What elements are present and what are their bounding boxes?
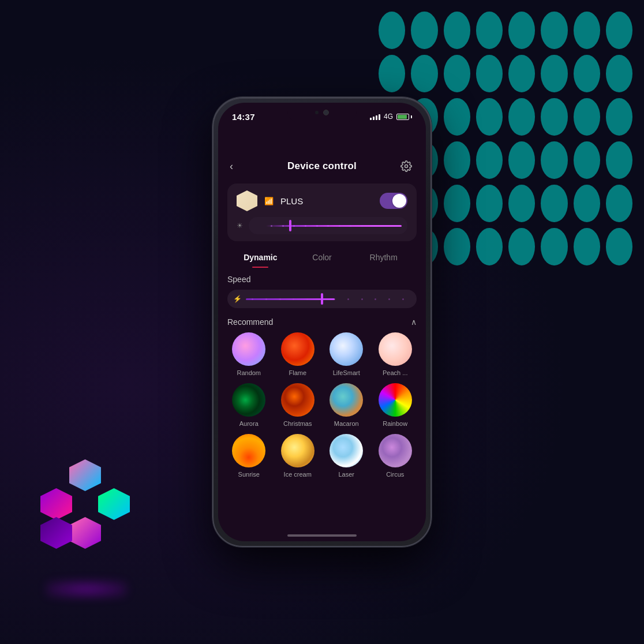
color-label-0: Random [237,369,261,376]
color-circle-8 [232,434,265,467]
network-label: 4G [384,113,393,121]
settings-button[interactable] [398,158,414,174]
app-content: ‹ Device control 📶 PLUS [218,128,426,541]
phone-frame: 14:37 4G [212,97,432,547]
color-circle-11 [379,434,412,467]
notch [287,103,357,122]
color-label-9: Ice cream [284,471,312,478]
color-circle-0 [232,332,265,366]
color-label-11: Circus [386,471,404,478]
color-item-lifesmart[interactable]: LifeSmart [325,332,368,376]
slider-dots [266,225,402,227]
color-circle-10 [330,434,363,467]
speed-section: Speed ⚡ [218,268,426,313]
wifi-icon: 📶 [264,197,274,205]
phone-screen: 14:37 4G [218,103,426,541]
color-item-christmas[interactable]: Christmas [276,383,320,427]
color-label-10: Laser [338,471,354,478]
color-label-5: Christmas [283,420,312,427]
device-name: PLUS [280,196,373,206]
color-item-aurora[interactable]: Aurora [227,383,271,427]
color-circle-7 [379,383,412,417]
device-card: 📶 PLUS ☀ [227,184,417,241]
color-label-1: Flame [289,369,306,376]
status-time: 14:37 [232,112,255,122]
toggle-knob [392,194,406,208]
color-label-4: Aurora [239,420,259,427]
color-circle-3 [379,332,412,366]
color-item-laser[interactable]: Laser [325,434,368,478]
app-header: ‹ Device control [218,153,426,181]
color-label-7: Rainbow [383,420,407,427]
color-circle-9 [281,434,314,467]
color-circle-5 [281,383,314,417]
notch-sensor [315,111,319,114]
color-circle-1 [281,332,314,366]
color-label-2: LifeSmart [333,369,360,376]
color-item-rainbow[interactable]: Rainbow [374,383,417,427]
brightness-icon: ☀ [237,222,243,230]
color-label-3: Peach ... [383,369,407,376]
recommend-label: Recommend [227,317,273,327]
speed-slider[interactable]: ⚡ [227,290,417,308]
color-circle-6 [330,383,363,417]
tab-dynamic[interactable]: Dynamic [230,253,291,268]
color-circle-4 [232,383,265,417]
device-hex-icon [237,190,257,211]
chevron-up-icon[interactable]: ∧ [411,317,417,327]
color-label-8: Sunrise [238,471,260,478]
signal-bars-icon [370,113,380,120]
color-item-ice-cream[interactable]: Ice cream [276,434,320,478]
tabs-row: Dynamic Color Rhythm [218,248,426,268]
recommend-header: Recommend ∧ [218,313,426,332]
page-title: Device control [287,160,357,172]
color-item-sunrise[interactable]: Sunrise [227,434,271,478]
back-button[interactable]: ‹ [230,160,246,173]
color-circle-2 [330,332,363,366]
battery-icon [396,114,412,120]
tab-rhythm[interactable]: Rhythm [353,253,414,268]
brightness-slider-row: ☀ [237,217,407,234]
notch-camera [323,110,329,115]
power-toggle[interactable] [380,193,407,209]
device-row: 📶 PLUS [237,190,407,211]
color-item-peach-...[interactable]: Peach ... [374,332,417,376]
brightness-slider[interactable] [249,217,407,234]
home-indicator [287,534,357,537]
tab-color[interactable]: Color [291,253,353,268]
status-icons: 4G [370,113,412,121]
speed-label: Speed [227,275,417,284]
color-item-circus[interactable]: Circus [374,434,417,478]
color-item-macaron[interactable]: Macaron [325,383,368,427]
color-item-flame[interactable]: Flame [276,332,320,376]
color-item-random[interactable]: Random [227,332,271,376]
color-grid: RandomFlameLifeSmartPeach ...AuroraChris… [218,332,426,487]
svg-point-0 [405,165,407,168]
color-label-6: Macaron [334,420,359,427]
speed-lightning-icon: ⚡ [233,295,242,303]
brightness-handle[interactable] [289,220,291,231]
hex-light-decoration [35,459,138,586]
speed-dots [246,298,410,300]
phone-device: 14:37 4G [212,97,432,547]
speed-handle[interactable] [321,293,323,305]
